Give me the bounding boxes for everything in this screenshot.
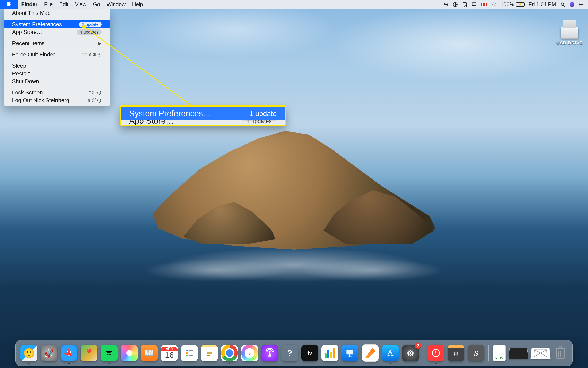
menuextra-screen-icon[interactable] <box>460 0 470 9</box>
svg-point-10 <box>579 4 580 5</box>
drive-icon <box>559 17 580 39</box>
svg-line-5 <box>563 5 565 7</box>
menuextra-airplay-icon[interactable] <box>470 0 479 9</box>
apple-logo-icon <box>7 2 11 7</box>
dock-recent-xlsx[interactable]: XLSX <box>493 345 506 361</box>
callout-zoom: System Preferences… 1 update App Store… … <box>120 105 286 126</box>
menu-log-out[interactable]: Log Out Nick Steinberg… ⇧⌘Q <box>4 96 110 104</box>
menu-file[interactable]: File <box>41 0 56 9</box>
dock-expressvpn[interactable] <box>427 345 444 361</box>
apple-menu-button[interactable] <box>0 0 18 9</box>
update-badge: 4 updates <box>77 29 102 35</box>
menu-window[interactable]: Window <box>103 0 129 9</box>
shortcut-label: ^⌘Q <box>89 90 102 96</box>
menu-separator <box>4 87 109 87</box>
menuextra-spotlight-icon[interactable] <box>558 0 568 9</box>
menu-view[interactable]: View <box>72 0 90 9</box>
svg-point-16 <box>186 352 188 354</box>
menu-shut-down[interactable]: Shut Down… <box>4 77 110 85</box>
dock-reminders[interactable] <box>181 345 198 361</box>
dock-calculator[interactable] <box>448 345 464 361</box>
shortcut-label: ⌥⇧⌘⎋ <box>81 52 102 58</box>
dock-script[interactable]: S <box>468 345 484 361</box>
svg-point-36 <box>457 354 458 356</box>
svg-point-32 <box>455 352 457 354</box>
dock-trash[interactable] <box>553 345 568 361</box>
dock-pages[interactable] <box>362 344 379 362</box>
callout-label: System Preferences… <box>129 109 211 118</box>
dock-appletv[interactable]: tv <box>301 345 318 361</box>
dock-finder[interactable]: 🙂 <box>20 345 37 361</box>
menuextra-clock[interactable]: Fri 1:04 PM <box>527 0 558 9</box>
svg-point-31 <box>453 352 455 354</box>
menu-about-this-mac[interactable]: About This Mac <box>4 9 110 17</box>
menu-app-store[interactable]: App Store… 4 updates <box>4 28 110 36</box>
canada-flag-icon: ✦ <box>481 3 487 6</box>
submenu-arrow-icon: ▶ <box>98 41 102 46</box>
dock-safari[interactable]: ➤ <box>61 345 77 361</box>
dock-music[interactable] <box>241 345 258 361</box>
menuextra-notification-center-icon[interactable] <box>577 0 586 9</box>
menu-restart[interactable]: Restart… <box>4 70 110 77</box>
trash-icon <box>554 346 566 360</box>
dock-notes[interactable] <box>201 345 218 361</box>
dock-spotify[interactable] <box>101 345 117 361</box>
menuextra-malwarebytes-icon[interactable] <box>441 0 451 9</box>
menuextra-battery[interactable]: 100% ⚡ <box>499 0 527 9</box>
mail-icon <box>534 350 548 357</box>
menuextra-avast-icon[interactable] <box>451 0 460 9</box>
svg-point-18 <box>186 355 188 356</box>
svg-rect-2 <box>472 3 476 5</box>
menubar: Finder File Edit View Go Window Help ✦ 1… <box>0 0 588 9</box>
callout-peek-row: App Store… 4 updates <box>121 120 285 125</box>
svg-rect-27 <box>387 355 389 356</box>
update-badge: 1 update <box>79 22 102 27</box>
dock-chrome[interactable] <box>221 345 238 361</box>
dock-photos[interactable] <box>121 345 138 361</box>
wallpaper-foam <box>99 238 489 292</box>
dock-stack-mail[interactable] <box>530 348 550 359</box>
svg-point-35 <box>455 354 457 356</box>
battery-percent-label: 100% <box>501 1 514 8</box>
menu-force-quit[interactable]: Force Quit Finder ⌥⇧⌘⎋ <box>4 51 110 58</box>
drive-label: USB DRIVE <box>557 40 583 46</box>
menuextra-wifi-icon[interactable] <box>489 0 499 9</box>
menubar-app-name[interactable]: Finder <box>18 0 41 9</box>
battery-icon: ⚡ <box>516 2 525 7</box>
dock-calendar[interactable]: APR 16 <box>161 345 178 361</box>
menuextra-siri-icon[interactable] <box>568 0 577 9</box>
svg-point-11 <box>579 5 580 6</box>
svg-rect-24 <box>347 350 353 354</box>
menuextra-input-flag[interactable]: ✦ <box>479 0 489 9</box>
desktop-drive[interactable]: USB DRIVE <box>555 17 584 46</box>
menu-help[interactable]: Help <box>129 0 146 9</box>
shortcut-label: ⇧⌘Q <box>87 98 102 103</box>
menu-sleep[interactable]: Sleep <box>4 62 110 70</box>
svg-point-9 <box>579 3 580 3</box>
dock-keynote[interactable] <box>341 345 358 361</box>
dock-appstore[interactable] <box>382 345 399 361</box>
dock-podcasts[interactable] <box>261 345 278 361</box>
menu-system-preferences[interactable]: System Preferences… 1 update <box>4 20 110 28</box>
dock-separator <box>423 345 423 361</box>
apple-menu-dropdown: About This Mac System Preferences… 1 upd… <box>4 9 110 106</box>
dock-maps[interactable]: 📍 <box>81 345 97 361</box>
callout-system-preferences-row: System Preferences… 1 update <box>121 107 285 120</box>
svg-point-34 <box>453 354 455 356</box>
menu-separator <box>4 18 109 19</box>
dock-stack-1[interactable] <box>508 348 529 359</box>
menu-go[interactable]: Go <box>90 0 103 9</box>
dock-system-preferences[interactable]: ⚙ 2 <box>402 345 419 361</box>
menu-recent-items[interactable]: Recent Items ▶ <box>4 39 110 47</box>
menu-lock-screen[interactable]: Lock Screen ^⌘Q <box>4 89 110 96</box>
dock-help[interactable]: ? <box>281 345 298 361</box>
svg-point-14 <box>186 350 188 351</box>
callout-badge: 1 update <box>250 110 277 118</box>
dock-numbers[interactable] <box>321 345 338 361</box>
dock-books[interactable]: 📖 <box>141 345 158 361</box>
menu-edit[interactable]: Edit <box>56 0 72 9</box>
menu-separator <box>4 60 109 60</box>
gear-icon: ⚙ <box>407 348 414 358</box>
dock-badge: 2 <box>415 343 421 349</box>
dock-launchpad[interactable]: 🚀 <box>40 345 57 361</box>
